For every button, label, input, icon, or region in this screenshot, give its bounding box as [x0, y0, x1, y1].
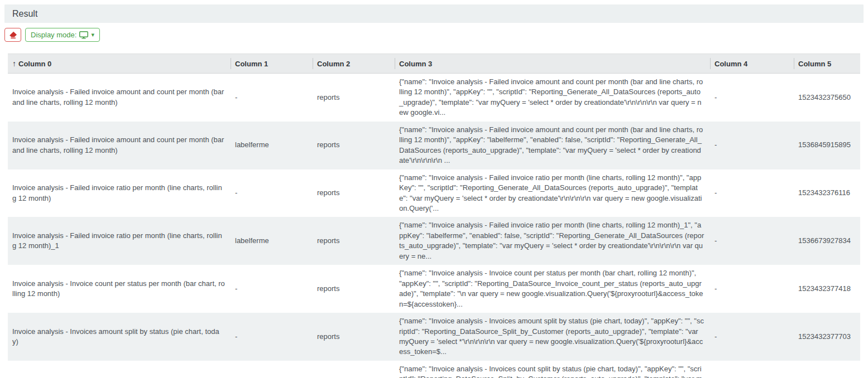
table-body: Invoice analysis - Failed invoice amount…	[8, 74, 860, 378]
column-header-label: Column 5	[798, 60, 831, 68]
table-row: Invoice analysis - Invoices count split …	[8, 361, 860, 378]
cell-column-4[interactable]: -	[710, 89, 794, 106]
cell-column-4[interactable]: -	[710, 137, 794, 153]
table-row: Invoice analysis - Failed invoice ratio …	[8, 217, 860, 265]
cell-column-2[interactable]: reports	[313, 376, 395, 378]
display-mode-button[interactable]: Display mode: ▾	[25, 28, 100, 42]
page-title: Result	[12, 9, 37, 19]
table-row: Invoice analysis - Failed invoice amount…	[8, 74, 860, 122]
toolbar: Display mode: ▾	[4, 28, 864, 42]
column-header-5[interactable]: Column 5	[794, 54, 860, 73]
cell-column-5[interactable]: 1523432376116	[794, 185, 860, 201]
cell-column-3[interactable]: {"name": "Invoice analysis - Failed invo…	[395, 74, 710, 122]
cell-column-1[interactable]: -	[231, 328, 313, 345]
cell-column-4[interactable]: -	[710, 280, 794, 297]
cell-column-5[interactable]: 1523432377703	[794, 328, 860, 345]
cell-column-5[interactable]: 1523432376905	[794, 376, 860, 378]
cell-column-2[interactable]: reports	[313, 328, 395, 345]
cell-column-3[interactable]: {"name": "Invoice analysis - Failed invo…	[395, 122, 710, 169]
sort-ascending-icon: ↑	[12, 59, 16, 68]
cell-column-0[interactable]: Invoice analysis - Invoice count per sta…	[8, 275, 231, 303]
monitor-icon	[79, 31, 88, 39]
cell-column-4[interactable]: -	[710, 328, 794, 345]
cell-column-5[interactable]: 1523432377418	[794, 280, 860, 297]
cell-column-5[interactable]: 1536845915895	[794, 137, 860, 153]
column-header-label: Column 4	[714, 60, 747, 68]
cell-column-1[interactable]: labelferme	[231, 137, 313, 153]
clear-results-button[interactable]	[4, 28, 21, 42]
cell-column-3[interactable]: {"name": "Invoice analysis - Invoice cou…	[395, 265, 710, 313]
cell-column-5[interactable]: 1536673927834	[794, 232, 860, 249]
cell-column-0[interactable]: Invoice analysis - Failed invoice ratio …	[8, 227, 231, 255]
table-row: Invoice analysis - Invoices amount split…	[8, 313, 860, 361]
cell-column-2[interactable]: reports	[313, 185, 395, 201]
cell-column-2[interactable]: reports	[313, 137, 395, 153]
cell-column-3[interactable]: {"name": "Invoice analysis - Failed invo…	[395, 169, 710, 217]
cell-column-0[interactable]: Invoice analysis - Failed invoice amount…	[8, 132, 231, 159]
cell-column-0[interactable]: Invoice analysis - Invoices count split …	[8, 376, 231, 378]
column-header-0[interactable]: ↑ Column 0	[8, 54, 231, 73]
column-header-3[interactable]: Column 3	[395, 54, 710, 73]
cell-column-3[interactable]: {"name": "Invoice analysis - Failed invo…	[395, 217, 710, 265]
column-header-1[interactable]: Column 1	[231, 54, 313, 73]
cell-column-1[interactable]: -	[231, 185, 313, 201]
cell-column-3[interactable]: {"name": "Invoice analysis - Invoices co…	[395, 361, 710, 378]
cell-column-5[interactable]: 1523432375650	[794, 89, 860, 106]
cell-column-2[interactable]: reports	[313, 89, 395, 106]
cell-column-3[interactable]: {"name": "Invoice analysis - Invoices am…	[395, 313, 710, 361]
cell-column-2[interactable]: reports	[313, 280, 395, 297]
cell-column-1[interactable]: labelferme	[231, 232, 313, 249]
cell-column-0[interactable]: Invoice analysis - Failed invoice ratio …	[8, 180, 231, 207]
table-row: Invoice analysis - Invoice count per sta…	[8, 265, 860, 313]
table-header-row: ↑ Column 0 Column 1 Column 2 Column 3 Co…	[8, 54, 860, 74]
table-row: Invoice analysis - Failed invoice ratio …	[8, 169, 860, 217]
column-header-label: Column 3	[399, 60, 432, 68]
eraser-icon	[9, 31, 17, 38]
cell-column-2[interactable]: reports	[313, 232, 395, 249]
cell-column-0[interactable]: Invoice analysis - Invoices amount split…	[8, 323, 231, 351]
cell-column-1[interactable]: -	[231, 376, 313, 378]
cell-column-4[interactable]: -	[710, 232, 794, 249]
column-header-4[interactable]: Column 4	[710, 54, 794, 73]
column-header-label: Column 2	[317, 60, 350, 68]
cell-column-4[interactable]: -	[710, 376, 794, 378]
cell-column-1[interactable]: -	[231, 89, 313, 106]
result-panel-header: Result	[4, 4, 864, 23]
cell-column-4[interactable]: -	[710, 185, 794, 201]
cell-column-1[interactable]: -	[231, 280, 313, 297]
column-header-2[interactable]: Column 2	[313, 54, 395, 73]
table-row: Invoice analysis - Failed invoice amount…	[8, 122, 860, 169]
column-header-label: Column 0	[18, 60, 51, 68]
chevron-down-icon: ▾	[91, 32, 94, 38]
display-mode-label: Display mode:	[31, 31, 76, 39]
column-header-label: Column 1	[235, 60, 268, 68]
results-table: ↑ Column 0 Column 1 Column 2 Column 3 Co…	[8, 54, 860, 378]
cell-column-0[interactable]: Invoice analysis - Failed invoice amount…	[8, 84, 231, 111]
